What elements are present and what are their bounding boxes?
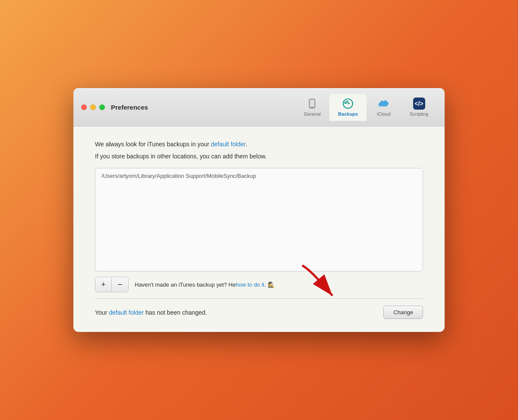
icloud-icon bbox=[378, 98, 390, 110]
tab-icloud[interactable]: iCloud bbox=[366, 94, 401, 121]
tab-general[interactable]: General bbox=[295, 94, 329, 121]
tab-general-label: General bbox=[304, 111, 321, 117]
default-folder-link-2[interactable]: default folder bbox=[109, 309, 144, 316]
add-location-button[interactable]: + bbox=[95, 277, 112, 292]
tab-bar: General Backups bbox=[295, 94, 437, 121]
divider bbox=[95, 298, 423, 299]
window-title: Preferences bbox=[111, 104, 295, 111]
how-to-link[interactable]: how to do it bbox=[236, 281, 265, 288]
content-area: We always look for iTunes backups in you… bbox=[73, 126, 445, 332]
code-icon: </> bbox=[413, 98, 425, 110]
backup-icon bbox=[342, 98, 354, 110]
add-remove-bar: + − Haven't made an iTunes backup yet? H… bbox=[95, 277, 423, 292]
detective-emoji: 🕵️ bbox=[268, 281, 275, 288]
tab-icloud-label: iCloud bbox=[377, 111, 391, 117]
default-folder-link-1[interactable]: default folder bbox=[211, 141, 245, 148]
titlebar: Preferences General bbox=[73, 88, 445, 126]
backup-path-item: /Users/artyom/Library/Application Suppor… bbox=[95, 168, 423, 183]
description-line1: We always look for iTunes backups in you… bbox=[95, 139, 423, 149]
close-button[interactable] bbox=[81, 104, 87, 110]
backup-locations-list: /Users/artyom/Library/Application Suppor… bbox=[95, 168, 423, 272]
description-line2: If you store backups in other locations,… bbox=[95, 152, 423, 161]
minimize-button[interactable] bbox=[90, 104, 96, 110]
preferences-window: Preferences General bbox=[73, 88, 445, 332]
bottom-bar: Your default folder has not been changed… bbox=[95, 303, 423, 319]
add-remove-buttons: + − bbox=[95, 277, 129, 292]
change-button[interactable]: Change bbox=[383, 306, 423, 319]
tab-backups[interactable]: Backups bbox=[329, 94, 366, 121]
bottom-text: Your default folder has not been changed… bbox=[95, 309, 207, 316]
remove-location-button[interactable]: − bbox=[112, 277, 128, 292]
bottom-section: Your default folder has not been changed… bbox=[95, 303, 423, 319]
phone-icon bbox=[306, 98, 318, 110]
tab-scripting-label: Scripting bbox=[410, 111, 428, 117]
tab-scripting[interactable]: </> Scripting bbox=[401, 94, 437, 121]
svg-point-2 bbox=[312, 107, 313, 107]
traffic-lights bbox=[81, 104, 105, 110]
maximize-button[interactable] bbox=[99, 104, 105, 110]
svg-rect-1 bbox=[310, 100, 314, 107]
tab-backups-label: Backups bbox=[338, 111, 358, 117]
helper-text: Haven't made an iTunes backup yet? Hehow… bbox=[135, 281, 275, 288]
